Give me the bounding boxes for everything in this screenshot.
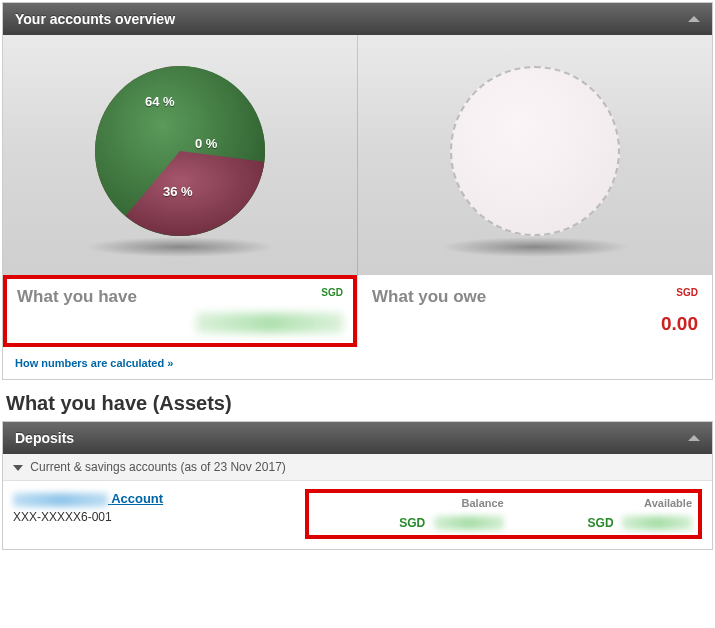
accounts-overview-panel: Your accounts overview bbox=[2, 2, 713, 380]
have-amount-redacted bbox=[196, 313, 343, 333]
owe-amount: 0.00 bbox=[372, 313, 698, 335]
owe-currency: SGD bbox=[676, 287, 698, 298]
subheader-label: Current & savings accounts (as of 23 Nov… bbox=[30, 460, 285, 474]
chart-shadow bbox=[440, 237, 630, 257]
have-label: What you have bbox=[17, 287, 137, 306]
account-row: Account XXX-XXXXX6-001 Balance SGD Avail… bbox=[3, 481, 712, 549]
account-balances-highlight: Balance SGD Available SGD bbox=[305, 489, 702, 539]
owe-label: What you owe bbox=[372, 287, 486, 306]
owe-chart-cell bbox=[357, 35, 712, 275]
assets-heading: What you have (Assets) bbox=[6, 392, 713, 415]
account-number: XXX-XXXXX6-001 bbox=[13, 510, 295, 524]
available-amount-redacted bbox=[622, 516, 692, 530]
balance-amount-redacted bbox=[434, 516, 504, 530]
what-you-have-summary: What you have SGD bbox=[3, 275, 357, 347]
collapse-icon[interactable] bbox=[688, 435, 700, 441]
available-currency: SGD bbox=[588, 516, 614, 530]
chevron-down-icon bbox=[13, 465, 23, 471]
available-column: Available SGD bbox=[504, 497, 692, 531]
balance-currency: SGD bbox=[399, 516, 425, 530]
summary-row: What you have SGD What you owe SGD 0.00 bbox=[3, 275, 712, 347]
have-pie-chart: 64 % 0 % 36 % bbox=[95, 66, 265, 236]
account-name-redacted bbox=[13, 493, 108, 507]
balance-label: Balance bbox=[315, 497, 503, 509]
account-link[interactable]: Account bbox=[13, 491, 163, 506]
account-link-suffix: Account bbox=[111, 491, 163, 506]
owe-empty-chart bbox=[450, 66, 620, 236]
deposits-title: Deposits bbox=[15, 430, 74, 446]
collapse-icon[interactable] bbox=[688, 16, 700, 22]
have-chart-cell: 64 % 0 % 36 % bbox=[3, 35, 357, 275]
pie-slice-label-0: 64 % bbox=[145, 94, 175, 109]
chart-shadow bbox=[85, 237, 275, 257]
overview-title: Your accounts overview bbox=[15, 11, 175, 27]
pie-slice-label-2: 0 % bbox=[195, 136, 217, 151]
deposits-panel: Deposits Current & savings accounts (as … bbox=[2, 421, 713, 550]
balance-column: Balance SGD bbox=[315, 497, 503, 531]
available-label: Available bbox=[504, 497, 692, 509]
deposits-header: Deposits bbox=[3, 422, 712, 454]
pie-slice-label-1: 36 % bbox=[163, 184, 193, 199]
have-currency: SGD bbox=[321, 287, 343, 298]
how-calculated-link[interactable]: How numbers are calculated » bbox=[3, 347, 185, 379]
account-info: Account XXX-XXXXX6-001 bbox=[13, 489, 295, 524]
what-you-owe-summary: What you owe SGD 0.00 bbox=[357, 275, 712, 347]
deposits-subheader[interactable]: Current & savings accounts (as of 23 Nov… bbox=[3, 454, 712, 481]
chart-row: 64 % 0 % 36 % bbox=[3, 35, 712, 275]
overview-header: Your accounts overview bbox=[3, 3, 712, 35]
